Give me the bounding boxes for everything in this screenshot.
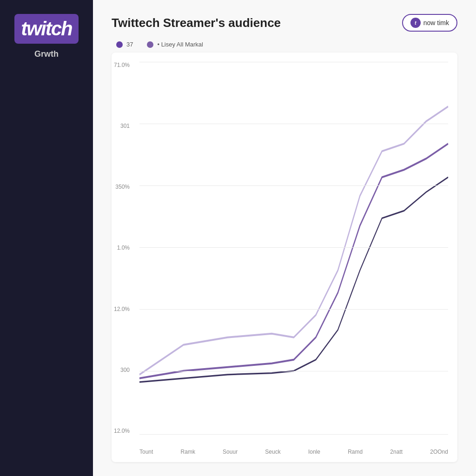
twitch-logo: twitch bbox=[14, 14, 78, 44]
grid-line-7 bbox=[139, 434, 448, 435]
legend-row: 37 • Lisey All Markal bbox=[112, 41, 457, 48]
legend-dot-1 bbox=[116, 41, 123, 48]
main-content: Twittech Streamer's audience t now timk … bbox=[93, 0, 476, 476]
x-label-7: 2natt bbox=[390, 449, 403, 455]
header-row: Twittech Streamer's audience t now timk bbox=[112, 14, 457, 32]
x-axis-labels: Tount Ramk Souur Seuck Ionle Ramd 2natt … bbox=[139, 449, 448, 455]
x-label-3: Souur bbox=[223, 449, 238, 455]
x-label-2: Ramk bbox=[181, 449, 195, 455]
x-label-4: Seuck bbox=[265, 449, 280, 455]
y-label-7: 12.0% bbox=[114, 428, 130, 434]
x-label-5: Ionle bbox=[308, 449, 320, 455]
twitch-icon-small: t bbox=[410, 18, 421, 28]
y-label-5: 12.0% bbox=[114, 306, 130, 312]
grid-line-1 bbox=[139, 62, 448, 62]
y-axis-labels: 71.0% 301 350% 1.0% 12.0% 300 12.0% bbox=[114, 62, 130, 434]
legend-label-2: • Lisey All Markal bbox=[157, 41, 203, 48]
sidebar: twitch Grwth bbox=[0, 0, 93, 476]
sidebar-subtitle: Grwth bbox=[34, 49, 59, 59]
x-label-8: 2OOnd bbox=[430, 449, 448, 455]
y-label-3: 350% bbox=[114, 184, 130, 190]
now-timk-button[interactable]: t now timk bbox=[402, 14, 457, 32]
legend-item-2: • Lisey All Markal bbox=[147, 41, 203, 48]
chart-line-light bbox=[139, 106, 448, 375]
y-label-6: 300 bbox=[114, 367, 130, 373]
grid-line-4 bbox=[139, 247, 448, 248]
grid-line-5 bbox=[139, 309, 448, 310]
grid-line-6 bbox=[139, 371, 448, 371]
y-label-4: 1.0% bbox=[114, 245, 130, 251]
chart-container: 71.0% 301 350% 1.0% 12.0% 300 12.0% bbox=[112, 53, 457, 462]
legend-dot-2 bbox=[147, 41, 153, 48]
chart-line-dark bbox=[139, 144, 448, 378]
chart-area: 71.0% 301 350% 1.0% 12.0% 300 12.0% bbox=[139, 62, 448, 434]
y-label-1: 71.0% bbox=[114, 62, 130, 68]
grid-line-2 bbox=[139, 124, 448, 124]
legend-item-1: 37 bbox=[116, 41, 133, 48]
x-label-1: Tount bbox=[139, 449, 153, 455]
now-timk-label: now timk bbox=[423, 19, 449, 26]
chart-svg bbox=[139, 62, 448, 434]
y-label-2: 301 bbox=[114, 123, 130, 129]
chart-line-darkest bbox=[139, 177, 448, 382]
legend-value-1: 37 bbox=[126, 41, 133, 48]
page-title: Twittech Streamer's audience bbox=[112, 16, 281, 30]
x-label-6: Ramd bbox=[348, 449, 363, 455]
grid-line-3 bbox=[139, 185, 448, 186]
